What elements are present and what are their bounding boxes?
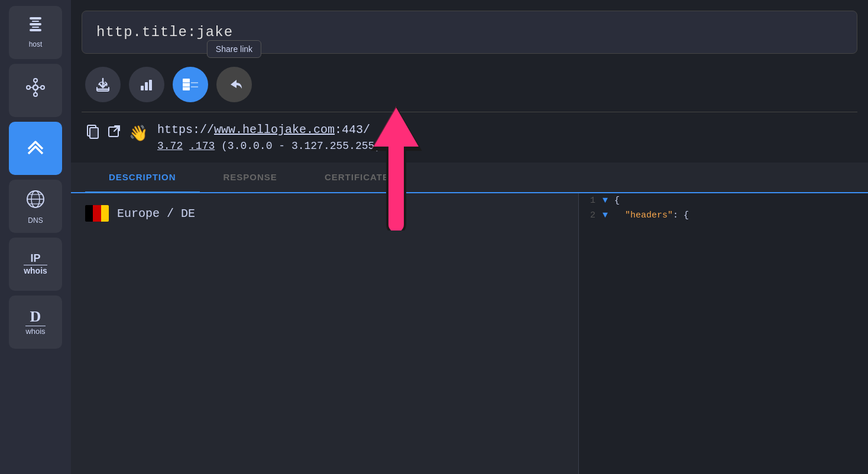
sidebar-item-redirect[interactable] — [9, 122, 62, 175]
location-text: Europe / DE — [117, 207, 195, 220]
result-ip-range: (3.0.0.0 - 3.127.255.255) — [221, 140, 381, 152]
svg-point-6 — [34, 79, 37, 82]
result-row: 👋 https://www.hellojake.com:443/ 3.72█.1… — [71, 112, 868, 163]
svg-rect-29 — [90, 128, 98, 138]
svg-rect-21 — [149, 80, 152, 90]
sidebar-item-ipwhois[interactable]: IPwhois — [9, 238, 62, 291]
toolbar: Share link — [71, 61, 868, 112]
result-ip: 3.72█.173 (3.0.0.0 - 3.127.255.255) — [157, 140, 381, 152]
svg-point-7 — [34, 93, 37, 96]
flag-de — [85, 205, 109, 222]
download-button[interactable] — [85, 67, 121, 102]
sidebar-item-dns-label: DNS — [28, 216, 43, 225]
table-button[interactable] — [173, 67, 208, 102]
result-url: https://www.hellojake.com:443/ — [157, 123, 381, 137]
svg-rect-19 — [141, 86, 144, 90]
result-actions: 👋 — [85, 123, 148, 144]
result-ip-link[interactable]: 3.72█.173 — [157, 140, 215, 152]
sidebar-item-dwhois[interactable]: Dwhois — [9, 296, 62, 349]
content-area: Europe / DE 1 ▼ { 2 ▼ "headers": { — [71, 193, 868, 474]
sidebar-item-network[interactable] — [9, 64, 62, 117]
sidebar-item-host-label: host — [29, 40, 43, 48]
sidebar: host — [0, 0, 71, 474]
host-icon — [25, 17, 46, 37]
network-icon — [25, 77, 46, 101]
search-bar[interactable]: http.title:jake — [82, 11, 857, 54]
tab-response[interactable]: RESPONSE — [200, 163, 301, 192]
sidebar-item-host[interactable]: host — [9, 6, 62, 59]
line-content-2: "headers": { — [614, 210, 689, 220]
location-row: Europe / DE — [85, 205, 564, 222]
line-num-1: 1 — [579, 196, 603, 206]
svg-rect-0 — [30, 17, 41, 20]
line-content-1: { — [614, 196, 620, 206]
flag-red-stripe — [93, 205, 101, 222]
left-panel: Europe / DE — [71, 193, 578, 474]
external-link-icon[interactable] — [106, 124, 122, 143]
main-content: http.title:jake — [71, 0, 868, 474]
share-button[interactable]: Share link — [216, 67, 252, 102]
svg-rect-20 — [145, 82, 148, 90]
ipwhois-icon: IPwhois — [24, 253, 47, 275]
svg-rect-1 — [32, 21, 39, 22]
tab-description[interactable]: DESCRIPTION — [85, 163, 200, 193]
dns-icon — [25, 189, 46, 213]
tabs-header: DESCRIPTION RESPONSE CERTIFICATE — [71, 163, 868, 193]
line-arrow-2[interactable]: ▼ — [603, 210, 614, 220]
result-url-link[interactable]: www.hellojake.com — [214, 123, 335, 137]
dwhois-icon: Dwhois — [25, 309, 45, 336]
result-info: https://www.hellojake.com:443/ 3.72█.173… — [157, 123, 381, 152]
tabs-section: DESCRIPTION RESPONSE CERTIFICATE — [71, 163, 868, 193]
copy-icon[interactable] — [85, 123, 99, 144]
tab-certificate[interactable]: CERTIFICATE — [301, 163, 413, 192]
svg-rect-2 — [30, 23, 41, 25]
line-arrow-1[interactable]: ▼ — [603, 196, 614, 206]
svg-rect-4 — [30, 29, 41, 31]
flag-black-stripe — [85, 205, 93, 222]
chart-button[interactable] — [129, 67, 164, 102]
wave-emoji: 👋 — [129, 124, 148, 143]
svg-rect-3 — [32, 27, 39, 28]
code-line-1: 1 ▼ { — [579, 193, 868, 208]
flag-gold-stripe — [101, 205, 109, 222]
redirect-icon — [25, 135, 46, 159]
code-line-2: 2 ▼ "headers": { — [579, 208, 868, 223]
line-num-2: 2 — [579, 210, 603, 220]
svg-rect-23 — [191, 79, 198, 90]
code-panel[interactable]: 1 ▼ { 2 ▼ "headers": { — [578, 193, 868, 474]
sidebar-item-dns[interactable]: DNS — [9, 180, 62, 233]
svg-point-9 — [41, 86, 44, 89]
svg-point-8 — [27, 86, 30, 89]
svg-rect-22 — [183, 79, 190, 90]
svg-point-5 — [33, 85, 38, 90]
